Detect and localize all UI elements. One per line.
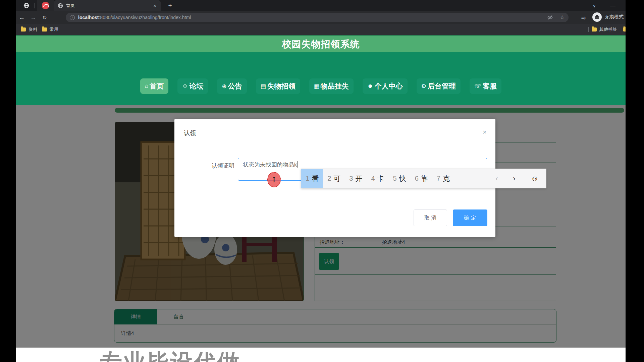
other-bookmarks-label: 其他书签 bbox=[599, 26, 617, 33]
nav-label: 后台管理 bbox=[428, 81, 456, 91]
incognito-label: 无痕模式 bbox=[605, 14, 624, 20]
confirm-button[interactable]: 确 定 bbox=[453, 209, 487, 226]
tab-title: 首页 bbox=[66, 3, 153, 9]
nav-item-admin[interactable]: ⚙后台管理 bbox=[417, 78, 461, 94]
ime-candidate[interactable]: 6靠 bbox=[411, 169, 432, 188]
browser-tab-bar: 首页 × + ∨ — bbox=[16, 0, 626, 11]
folder-icon bbox=[592, 27, 597, 32]
user-icon: ☻ bbox=[367, 83, 373, 89]
globe-favicon bbox=[58, 3, 63, 8]
lost-found-icon: ▤ bbox=[261, 83, 266, 90]
nav-label: 公告 bbox=[228, 81, 242, 91]
new-tab-button[interactable]: + bbox=[166, 1, 174, 10]
nav-label: 论坛 bbox=[189, 81, 203, 91]
bookmark-folder-changyong[interactable]: 常用 bbox=[42, 26, 58, 33]
nav-item-forum[interactable]: ☺论坛 bbox=[177, 78, 208, 94]
admin-icon: ⚙ bbox=[421, 83, 426, 90]
back-button[interactable]: ← bbox=[16, 14, 28, 21]
bookmark-folder-ziliao[interactable]: 资料 bbox=[21, 26, 37, 33]
pinned-tab-icon bbox=[42, 2, 49, 9]
site-header: 校园失物招领系统 bbox=[16, 35, 626, 52]
watermark-text: 专业毕设代做 bbox=[100, 347, 241, 362]
ime-candidates: 1看 2可 3开 4卡 5快 6靠 7克 bbox=[301, 169, 488, 188]
bookmark-label: 资料 bbox=[29, 26, 37, 33]
candidate-number: 7 bbox=[437, 175, 440, 182]
nav-label: 首页 bbox=[150, 81, 164, 91]
candidate-text: 可 bbox=[333, 174, 340, 183]
candidate-number: 3 bbox=[349, 175, 353, 182]
candidate-text: 克 bbox=[443, 174, 450, 183]
screen: 首页 × + ∨ — ← → ↻ i localhost:8080/xiaoyu… bbox=[0, 0, 644, 362]
candidate-text: 快 bbox=[399, 174, 406, 183]
input-text: 状态为未找回的物品k bbox=[243, 162, 297, 168]
browser-toolbar: ← → ↻ i localhost:8080/xiaoyuansiwuzhaol… bbox=[16, 11, 626, 24]
candidate-number: 6 bbox=[415, 175, 419, 182]
reload-button[interactable]: ↻ bbox=[39, 14, 50, 21]
claim-proof-label: 认领证明 bbox=[201, 162, 234, 170]
ime-candidate[interactable]: 4卡 bbox=[367, 169, 388, 188]
nav-item-home[interactable]: ⌂首页 bbox=[140, 78, 168, 94]
nav-item-lost-found[interactable]: ▤失物招领 bbox=[256, 78, 300, 94]
bookmarks-separator bbox=[620, 27, 620, 32]
ime-paging: ‹ › ☺ bbox=[488, 169, 546, 188]
eye-off-icon[interactable] bbox=[547, 14, 553, 20]
page-info-icon[interactable]: i bbox=[70, 15, 75, 20]
minimize-button[interactable]: — bbox=[610, 3, 615, 9]
bookmark-star-icon[interactable]: ☆ bbox=[560, 15, 565, 20]
candidate-text: 卡 bbox=[377, 174, 384, 183]
ime-candidate[interactable]: 5快 bbox=[389, 169, 411, 188]
nav-item-report-loss[interactable]: ▦物品挂失 bbox=[309, 78, 354, 94]
tab-close-icon[interactable]: × bbox=[153, 3, 157, 8]
nav-label: 个人中心 bbox=[375, 81, 403, 91]
tab-search-chevron-icon[interactable]: ∨ bbox=[593, 3, 596, 8]
url-host: localhost bbox=[78, 15, 99, 20]
candidate-text: 靠 bbox=[421, 174, 428, 183]
forum-icon: ☺ bbox=[182, 83, 188, 89]
nav-item-service[interactable]: ☏客服 bbox=[470, 78, 501, 94]
incognito-icon bbox=[592, 12, 602, 22]
mouse-click-indicator: I bbox=[267, 172, 281, 187]
notice-icon: ⊕ bbox=[222, 83, 226, 90]
report-loss-icon: ▦ bbox=[314, 83, 319, 90]
bookmarks-bar: 资料 常用 其他书签 bbox=[16, 24, 626, 35]
ime-candidate[interactable]: 1看 bbox=[301, 169, 323, 188]
url-path: :8080/xiaoyuansiwuzhaoling/front/index.h… bbox=[99, 15, 191, 20]
ime-candidate[interactable]: 3开 bbox=[345, 169, 367, 188]
other-bookmarks[interactable]: 其他书签 bbox=[592, 26, 617, 33]
ime-prev-icon[interactable]: ‹ bbox=[488, 174, 505, 183]
media-controls-icon[interactable]: ≡♪ bbox=[581, 15, 585, 20]
bookmark-label: 常用 bbox=[50, 26, 58, 33]
ime-candidate[interactable]: 2可 bbox=[323, 169, 345, 188]
ime-next-icon[interactable]: › bbox=[505, 174, 523, 183]
text-caret bbox=[298, 161, 298, 168]
folder-icon bbox=[42, 27, 47, 32]
cancel-button[interactable]: 取 消 bbox=[414, 209, 447, 226]
ime-candidate[interactable]: 7克 bbox=[432, 169, 454, 188]
folder-icon bbox=[21, 27, 26, 32]
nav-label: 物品挂失 bbox=[321, 81, 349, 91]
candidate-text: 看 bbox=[312, 174, 319, 183]
ime-emoji-icon[interactable]: ☺ bbox=[523, 174, 546, 183]
dialog-close-icon[interactable]: × bbox=[483, 128, 487, 135]
candidate-number: 4 bbox=[371, 175, 375, 182]
address-bar[interactable]: i localhost:8080/xiaoyuansiwuzhaoling/fr… bbox=[66, 13, 569, 22]
ime-candidate-bar: 1看 2可 3开 4卡 5快 6靠 7克 ‹ › ☺ bbox=[301, 169, 546, 188]
incognito-indicator: 无痕模式 bbox=[592, 12, 624, 22]
url-text: localhost:8080/xiaoyuansiwuzhaoling/fron… bbox=[78, 15, 543, 20]
bookmarks-separator bbox=[588, 27, 589, 32]
nav-item-user-center[interactable]: ☻个人中心 bbox=[363, 78, 408, 94]
pinned-tab[interactable] bbox=[37, 0, 54, 11]
home-icon: ⌂ bbox=[145, 83, 148, 89]
nav-label: 失物招领 bbox=[267, 81, 296, 91]
candidate-number: 2 bbox=[327, 175, 331, 182]
nav-item-notice[interactable]: ⊕公告 bbox=[217, 78, 247, 94]
ibeam-cursor-icon: I bbox=[273, 175, 275, 184]
candidate-text: 开 bbox=[355, 174, 362, 183]
site-title: 校园失物招领系统 bbox=[282, 38, 360, 51]
browser-window: 首页 × + ∨ — ← → ↻ i localhost:8080/xiaoyu… bbox=[16, 0, 626, 362]
nav-label: 客服 bbox=[483, 81, 497, 91]
active-tab[interactable]: 首页 × bbox=[54, 0, 161, 11]
service-icon: ☏ bbox=[474, 83, 481, 90]
candidate-number: 1 bbox=[306, 175, 309, 182]
forward-button[interactable]: → bbox=[28, 14, 39, 21]
